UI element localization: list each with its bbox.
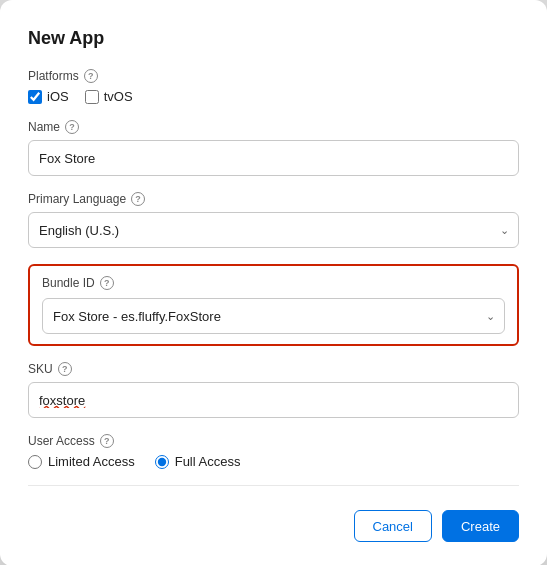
user-access-radio-row: Limited Access Full Access (28, 454, 519, 469)
bundle-id-help-icon[interactable]: ? (100, 276, 114, 290)
user-access-label: User Access ? (28, 434, 519, 448)
limited-access-label: Limited Access (48, 454, 135, 469)
primary-language-field-group: Primary Language ? English (U.S.) Spanis… (28, 192, 519, 248)
platforms-help-icon[interactable]: ? (84, 69, 98, 83)
tvos-checkbox[interactable] (85, 90, 99, 104)
user-access-help-icon[interactable]: ? (100, 434, 114, 448)
bundle-id-select-wrapper: Fox Store - es.fluffy.FoxStore ⌄ (42, 298, 505, 334)
full-access-radio[interactable] (155, 455, 169, 469)
name-field-group: Name ? (28, 120, 519, 176)
name-label: Name ? (28, 120, 519, 134)
ios-checkbox[interactable] (28, 90, 42, 104)
sku-input[interactable] (28, 382, 519, 418)
sku-field-group: SKU ? (28, 362, 519, 418)
bundle-id-label: Bundle ID ? (42, 276, 505, 290)
user-access-field-group: User Access ? Limited Access Full Access (28, 434, 519, 469)
primary-language-select-wrapper: English (U.S.) Spanish French German Jap… (28, 212, 519, 248)
tvos-label: tvOS (104, 89, 133, 104)
bundle-id-select[interactable]: Fox Store - es.fluffy.FoxStore (42, 298, 505, 334)
platforms-row: iOS tvOS (28, 89, 519, 104)
primary-language-select[interactable]: English (U.S.) Spanish French German Jap… (28, 212, 519, 248)
full-access-radio-label[interactable]: Full Access (155, 454, 241, 469)
dialog-footer: Cancel Create (28, 485, 519, 542)
ios-label: iOS (47, 89, 69, 104)
name-input[interactable] (28, 140, 519, 176)
limited-access-radio-label[interactable]: Limited Access (28, 454, 135, 469)
name-help-icon[interactable]: ? (65, 120, 79, 134)
new-app-dialog: New App Platforms ? iOS tvOS Name ? Prim… (0, 0, 547, 565)
create-button[interactable]: Create (442, 510, 519, 542)
cancel-button[interactable]: Cancel (354, 510, 432, 542)
platforms-label: Platforms ? (28, 69, 519, 83)
limited-access-radio[interactable] (28, 455, 42, 469)
platforms-field-group: Platforms ? iOS tvOS (28, 69, 519, 104)
sku-label: SKU ? (28, 362, 519, 376)
primary-language-help-icon[interactable]: ? (131, 192, 145, 206)
dialog-title: New App (28, 28, 519, 49)
bundle-id-field-group: Bundle ID ? Fox Store - es.fluffy.FoxSto… (28, 264, 519, 346)
primary-language-label: Primary Language ? (28, 192, 519, 206)
tvos-checkbox-label[interactable]: tvOS (85, 89, 133, 104)
ios-checkbox-label[interactable]: iOS (28, 89, 69, 104)
sku-help-icon[interactable]: ? (58, 362, 72, 376)
full-access-label: Full Access (175, 454, 241, 469)
